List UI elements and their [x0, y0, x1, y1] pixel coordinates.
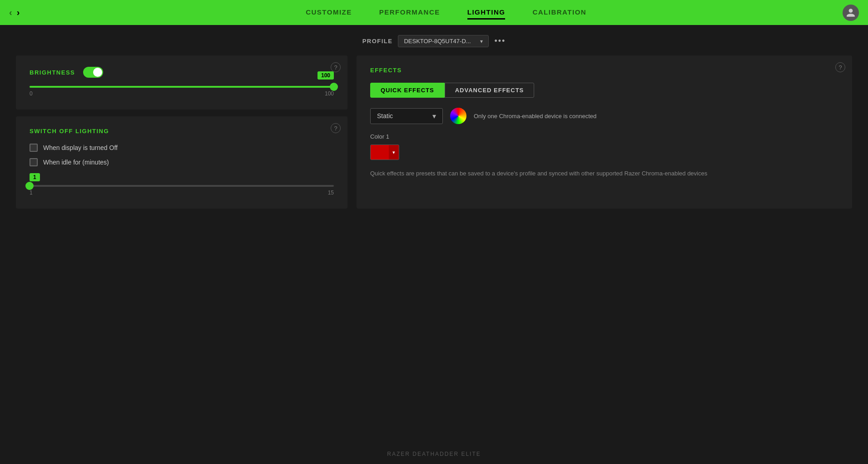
- chroma-icon[interactable]: [450, 108, 466, 124]
- tab-performance[interactable]: PERFORMANCE: [379, 6, 440, 20]
- switchoff-help-button[interactable]: ?: [331, 123, 341, 133]
- switch-off-title: SWITCH OFF LIGHTING: [30, 128, 334, 135]
- profile-avatar[interactable]: [843, 5, 859, 21]
- effects-tabs: QUICK EFFECTS ADVANCED EFFECTS: [370, 83, 838, 98]
- brightness-max-label: 100: [325, 90, 334, 97]
- brightness-slider-thumb[interactable]: [330, 83, 338, 91]
- idle-row: When idle for (minutes): [30, 158, 334, 166]
- display-off-checkbox[interactable]: [30, 144, 38, 152]
- brightness-slider-fill: [30, 86, 334, 88]
- color-swatch: [371, 145, 389, 160]
- color-dropdown-arrow-icon[interactable]: ▾: [389, 145, 399, 160]
- color-1-label: Color 1: [370, 133, 838, 140]
- idle-label: When idle for (minutes): [43, 159, 109, 166]
- profile-dropdown-value: DESKTOP-8Q5UT47-D...: [404, 38, 476, 45]
- brightness-header: BRIGHTNESS: [30, 67, 334, 78]
- device-name-footer: RAZER DEATHADDER ELITE: [387, 451, 481, 457]
- display-off-row: When display is turned Off: [30, 144, 334, 152]
- idle-checkbox[interactable]: [30, 158, 38, 166]
- tab-customize[interactable]: CUSTOMIZE: [306, 6, 352, 20]
- effect-dropdown-arrow-icon: ▾: [432, 112, 436, 120]
- brightness-slider-labels: 0 100: [30, 90, 334, 97]
- switch-off-card: ? SWITCH OFF LIGHTING When display is tu…: [16, 116, 347, 209]
- profile-more-button[interactable]: •••: [494, 36, 506, 46]
- idle-value-bubble: 1: [30, 173, 40, 181]
- top-navigation: ‹ › CUSTOMIZE PERFORMANCE LIGHTING CALIB…: [0, 0, 868, 25]
- brightness-label: BRIGHTNESS: [30, 69, 75, 76]
- idle-slider-labels: 1 15: [30, 190, 334, 196]
- effects-label: EFFECTS: [370, 67, 838, 74]
- tab-quick-effects[interactable]: QUICK EFFECTS: [370, 83, 445, 98]
- brightness-help-button[interactable]: ?: [331, 62, 341, 72]
- effects-panel: ? EFFECTS QUICK EFFECTS ADVANCED EFFECTS…: [357, 55, 852, 209]
- effect-type-value: Static: [377, 112, 428, 120]
- effect-controls: Static ▾ Only one Chroma-enabled device …: [370, 108, 838, 124]
- effect-type-dropdown[interactable]: Static ▾: [370, 108, 443, 124]
- idle-slider-track[interactable]: [30, 185, 334, 187]
- profile-row: PROFILE DESKTOP-8Q5UT47-D... ▾ •••: [0, 25, 868, 55]
- color-picker-button[interactable]: ▾: [370, 145, 399, 160]
- brightness-card: ? BRIGHTNESS 100 0 100: [16, 55, 347, 110]
- nav-tabs: CUSTOMIZE PERFORMANCE LIGHTING CALIBRATI…: [33, 6, 859, 20]
- display-off-label: When display is turned Off: [43, 144, 118, 151]
- nav-arrows: ‹ ›: [9, 7, 20, 18]
- nav-forward-arrow[interactable]: ›: [17, 7, 20, 18]
- idle-max-label: 15: [328, 190, 334, 196]
- brightness-slider-container: 100 0 100: [30, 86, 334, 97]
- idle-slider-container: 1 1 15: [30, 173, 334, 196]
- tab-lighting[interactable]: LIGHTING: [467, 6, 506, 20]
- idle-slider-thumb[interactable]: [25, 182, 34, 190]
- chroma-connected-text: Only one Chroma-enabled device is connec…: [474, 113, 596, 120]
- main-content: ? BRIGHTNESS 100 0 100 ? SWITCH OFF LIGH…: [0, 55, 868, 209]
- profile-dropdown-arrow-icon: ▾: [480, 38, 483, 45]
- nav-back-arrow[interactable]: ‹: [9, 7, 12, 18]
- profile-dropdown[interactable]: DESKTOP-8Q5UT47-D... ▾: [398, 35, 489, 47]
- brightness-min-label: 0: [30, 90, 33, 97]
- left-panel: ? BRIGHTNESS 100 0 100 ? SWITCH OFF LIGH…: [16, 55, 347, 209]
- brightness-slider-track[interactable]: [30, 86, 334, 88]
- profile-label: PROFILE: [362, 38, 393, 45]
- brightness-toggle[interactable]: [83, 67, 103, 78]
- brightness-value-bubble: 100: [317, 71, 334, 80]
- tab-advanced-effects[interactable]: ADVANCED EFFECTS: [445, 83, 535, 98]
- idle-min-label: 1: [30, 190, 33, 196]
- effects-help-button[interactable]: ?: [835, 62, 845, 72]
- effects-description: Quick effects are presets that can be sa…: [370, 169, 838, 179]
- tab-calibration[interactable]: CALIBRATION: [532, 6, 586, 20]
